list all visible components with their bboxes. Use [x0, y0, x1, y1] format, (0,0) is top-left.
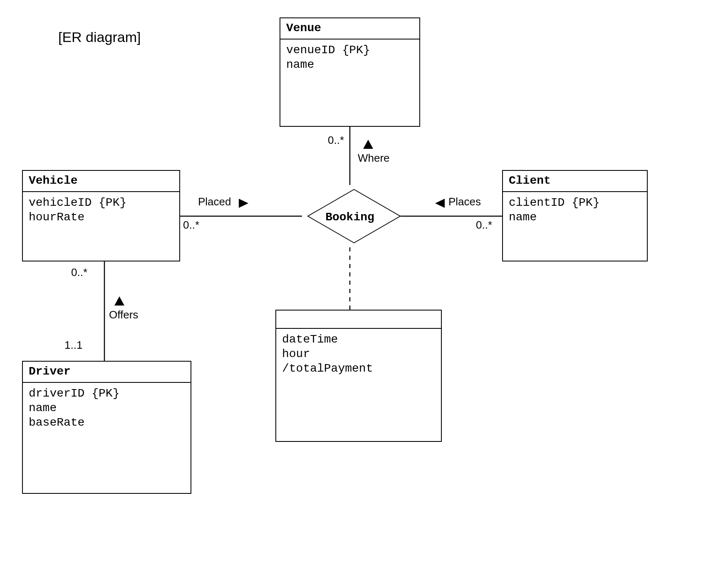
- entity-booking-assoc: dateTime hour /totalPayment: [275, 310, 442, 442]
- entity-vehicle-body: vehicleID {PK} hourRate: [23, 192, 179, 228]
- edge-mult-vehicle: 0..*: [183, 219, 199, 232]
- entity-booking-assoc-title: [276, 311, 441, 329]
- entity-client: Client clientID {PK} name: [502, 170, 648, 261]
- entity-venue: Venue venueID {PK} name: [280, 17, 420, 127]
- svg-marker-5: [363, 140, 373, 149]
- svg-marker-6: [239, 199, 248, 208]
- edge-mult-client: 0..*: [476, 219, 492, 232]
- edge-label-places: Places: [448, 195, 481, 208]
- entity-venue-title: Venue: [280, 18, 419, 39]
- attr: name: [286, 57, 414, 72]
- attr: vehicleID {PK}: [29, 195, 173, 210]
- attr: name: [29, 401, 185, 415]
- svg-marker-8: [114, 296, 124, 306]
- edge-mult-vehicle-driver-top: 0..*: [71, 266, 87, 279]
- entity-booking-assoc-body: dateTime hour /totalPayment: [276, 329, 441, 379]
- entity-driver-body: driverID {PK} name baseRate: [23, 383, 191, 433]
- entity-venue-body: venueID {PK} name: [280, 39, 419, 75]
- attr: clientID {PK}: [509, 195, 641, 210]
- edge-mult-venue: 0..*: [328, 134, 344, 147]
- attr: dateTime: [282, 332, 435, 347]
- entity-client-body: clientID {PK} name: [503, 192, 647, 228]
- diagram-title: [ER diagram]: [58, 29, 141, 45]
- svg-marker-7: [435, 199, 445, 208]
- attr: hour: [282, 347, 435, 361]
- attr: name: [509, 210, 641, 224]
- relationship-booking: Booking: [302, 185, 398, 247]
- attr: baseRate: [29, 415, 185, 430]
- entity-driver: Driver driverID {PK} name baseRate: [22, 361, 191, 494]
- relationship-booking-label: Booking: [325, 211, 374, 224]
- attr: driverID {PK}: [29, 386, 185, 401]
- attr: /totalPayment: [282, 361, 435, 376]
- entity-client-title: Client: [503, 171, 647, 192]
- edge-label-where: Where: [358, 152, 390, 165]
- er-diagram-canvas: [ER diagram] Venue venueID {PK} name Veh…: [0, 0, 728, 562]
- entity-driver-title: Driver: [23, 362, 191, 383]
- edge-label-offers: Offers: [109, 308, 138, 321]
- attr: venueID {PK}: [286, 43, 414, 57]
- entity-vehicle-title: Vehicle: [23, 171, 179, 192]
- attr: hourRate: [29, 210, 173, 224]
- edge-label-placed: Placed: [198, 195, 231, 208]
- edge-mult-vehicle-driver-bottom: 1..1: [64, 339, 82, 352]
- entity-vehicle: Vehicle vehicleID {PK} hourRate: [22, 170, 180, 261]
